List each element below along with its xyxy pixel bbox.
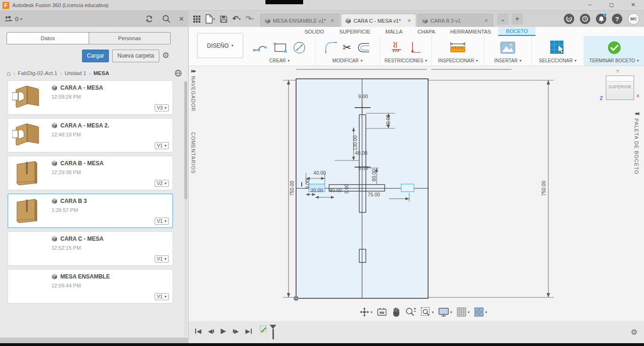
app-grid-menu-icon[interactable] (193, 16, 200, 23)
maximize-button[interactable]: ◻ (601, 0, 622, 11)
measure-ruler-icon[interactable] (449, 42, 466, 54)
create-line-icon[interactable] (253, 42, 267, 54)
group-label-crear[interactable]: CREAR▾ (269, 58, 289, 66)
dimension-label[interactable]: 9.00 (344, 184, 349, 194)
collaborators-dropdown[interactable]: 0 ▾ (0, 15, 22, 23)
viewcube-face-label[interactable]: SUPERIOR (606, 84, 634, 89)
group-label-insertar[interactable]: INSERTAR▾ (494, 58, 521, 66)
dimension-label[interactable]: 9.00 (358, 165, 368, 171)
group-label-terminar[interactable]: TERMINAR BOCETO▾ (589, 58, 639, 66)
timeline-marker[interactable] (270, 325, 276, 339)
breadcrumb-project[interactable]: FabDig-02-Act.1 (18, 70, 58, 76)
close-panel-icon[interactable]: × (179, 15, 184, 23)
search-icon[interactable] (162, 14, 171, 24)
dimension-label[interactable]: 750.00 (289, 181, 295, 196)
viewport[interactable]: 9.0040.00130.0040.009.0080.0040.009.0030… (189, 66, 644, 321)
close-tab-icon[interactable]: × (330, 17, 335, 24)
grid-settings-icon[interactable]: ▾ (456, 307, 470, 317)
group-label-inspeccionar[interactable]: INSPECCIONAR▾ (438, 58, 478, 66)
timeline-step-back-button[interactable]: ◀ (208, 328, 214, 335)
create-rectangle-icon[interactable] (273, 42, 287, 54)
document-tab[interactable]: MESA ENSAMBLE v1* × (260, 14, 339, 27)
version-dropdown[interactable]: V1▾ (155, 293, 169, 300)
version-dropdown[interactable]: V1▾ (155, 218, 169, 225)
nueva-carpeta-button[interactable]: Nueva carpeta (112, 50, 159, 62)
pan-hand-icon[interactable] (391, 307, 401, 317)
timeline-skip-start-button[interactable]: ◀ (195, 328, 201, 335)
dimension-label[interactable]: 30.00 (311, 187, 323, 193)
undo-button[interactable]: ↶▾ (232, 15, 240, 23)
fillet-icon[interactable] (325, 42, 337, 54)
dimension-label[interactable]: 130.00 (352, 135, 358, 151)
scrollbar[interactable] (184, 81, 187, 336)
zoom-window-icon[interactable]: ▾ (421, 307, 434, 317)
document-tab[interactable]: CARA C - MESA v1* × (341, 14, 416, 27)
comentarios-panel-tab[interactable]: COMENTARIOS (190, 132, 196, 174)
ribbon-tab-solido[interactable]: SOLIDO (297, 27, 332, 36)
ribbon-tab-malla[interactable]: MALLA (378, 27, 410, 36)
tab-list-dropdown[interactable]: ⌄ (497, 13, 509, 25)
globe-icon[interactable] (174, 69, 182, 77)
ribbon-tab-boceto[interactable]: BOCETO (498, 27, 535, 36)
file-menu-button[interactable]: ▾ (205, 14, 215, 24)
select-tool-icon[interactable] (550, 40, 566, 55)
dimension-label[interactable]: 40.00 (314, 170, 326, 176)
group-label-seleccionar[interactable]: SELECCIONAR▾ (539, 58, 577, 66)
close-tab-icon[interactable]: × (483, 17, 489, 24)
close-tab-icon[interactable]: × (406, 17, 412, 24)
gear-icon[interactable]: ⚙ (162, 51, 169, 60)
version-dropdown[interactable]: V2▾ (155, 180, 169, 187)
timeline-step-forward-button[interactable]: ▶ (233, 328, 239, 335)
document-tab[interactable]: CARA B 3 v1 × (418, 14, 493, 27)
ribbon-tab-herramientas[interactable]: HERRAMIENTAS (443, 27, 499, 36)
selected-sketch-region[interactable] (401, 184, 414, 192)
dimension-label[interactable]: 80.00 (330, 187, 342, 193)
constraint-fix-icon[interactable] (391, 41, 403, 54)
list-item[interactable]: CARA C - MESA 12:52:15 PM V1▾ (8, 231, 173, 266)
look-at-icon[interactable] (377, 307, 387, 317)
job-status-clock-icon[interactable] (580, 14, 590, 24)
timeline-play-button[interactable]: ▶ (221, 327, 226, 335)
paleta-boceto-panel-tab[interactable]: ◀◀ PALETA DE BOCETO (634, 111, 639, 175)
redo-button[interactable]: ↷▾ (245, 15, 253, 23)
insert-image-icon[interactable] (500, 42, 515, 54)
viewcube[interactable]: SUPERIOR (606, 76, 634, 100)
close-window-button[interactable]: ✕ (622, 0, 644, 11)
sketch-feature-icon[interactable] (259, 325, 269, 334)
list-item[interactable]: CARA A - MESA 2. 12:48:19 PM V1▾ (8, 118, 173, 152)
tab-personas[interactable]: Personas (89, 33, 171, 44)
tab-datos[interactable]: Datos (7, 33, 89, 44)
dimension-label[interactable]: 9.00 (358, 93, 368, 99)
orbit-icon[interactable]: ▾ (359, 307, 372, 317)
finish-sketch-check-icon[interactable] (607, 41, 621, 55)
extensions-icon[interactable] (564, 14, 574, 24)
constraint-vertical-icon[interactable] (409, 41, 421, 54)
version-dropdown[interactable]: V1▾ (155, 255, 169, 262)
version-dropdown[interactable]: V3▾ (155, 104, 169, 111)
timeline-gear-icon[interactable]: ⚙ (631, 328, 637, 337)
ribbon-tab-chapa[interactable]: CHAPA (410, 27, 443, 36)
list-item[interactable]: MESA ENSAMBLE 12:09:44 PM V1▾ (8, 269, 173, 304)
dimension-label[interactable]: 750.00 (541, 181, 546, 196)
group-label-restricciones[interactable]: RESTRICCIONES▾ (385, 58, 427, 66)
home-icon[interactable]: ⌂ (7, 69, 10, 77)
save-button[interactable] (220, 15, 228, 23)
minimize-button[interactable]: – (579, 0, 601, 11)
trim-scissors-icon[interactable]: ✂ (343, 42, 351, 54)
zoom-icon[interactable] (405, 307, 416, 317)
group-label-modificar[interactable]: MODIFICAR▾ (332, 58, 363, 66)
timeline-skip-end-button[interactable]: ▶ (246, 328, 252, 335)
offset-icon[interactable] (357, 42, 370, 54)
list-item[interactable]: CARA B - MESA 12:29:38 PM V2▾ (8, 156, 173, 190)
new-tab-button[interactable]: + (512, 13, 523, 25)
refresh-icon[interactable] (144, 14, 154, 24)
dimension-label[interactable]: 80.00 (371, 169, 377, 181)
ribbon-tab-superficie[interactable]: SUPERFICIE (332, 27, 378, 36)
dimension-label[interactable]: 40.00 (385, 115, 391, 127)
dimension-label[interactable]: 40.00 (355, 150, 367, 156)
create-circle-icon[interactable] (293, 41, 306, 54)
help-icon[interactable]: ? (612, 14, 622, 24)
list-item[interactable]: CARA A - MESA 12:09:28 PM V3▾ (8, 80, 173, 115)
scrollbar-thumb[interactable] (184, 81, 187, 199)
cargar-button[interactable]: Cargar (82, 50, 109, 62)
